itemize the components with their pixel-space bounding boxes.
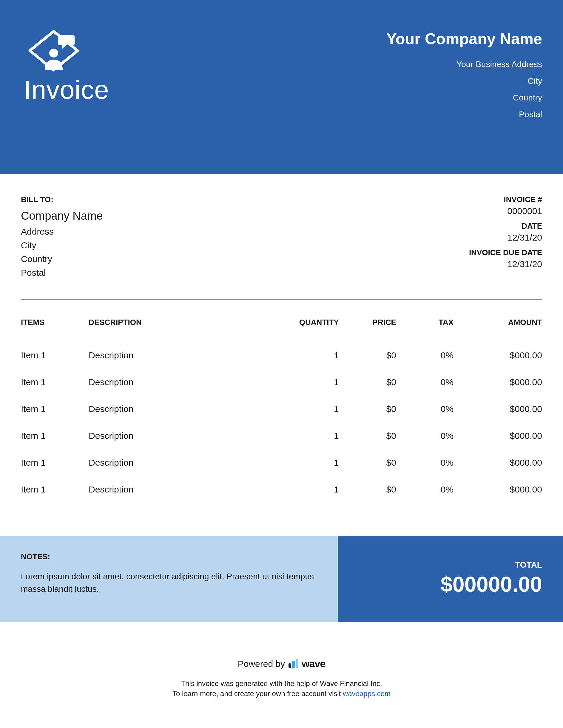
table-row: Item 1Description1$00%$000.00: [21, 449, 542, 476]
cell-tax: 0%: [396, 422, 454, 449]
svg-rect-4: [296, 659, 299, 668]
powered-line1: This invoice was generated with the help…: [0, 679, 563, 689]
table-row: Item 1Description1$00%$000.00: [21, 369, 542, 396]
header-items: ITEMS: [21, 312, 89, 342]
company-country: Country: [386, 93, 542, 103]
powered-line2-text: To learn more, and create your own free …: [172, 690, 343, 698]
svg-point-0: [49, 49, 58, 58]
cell-quantity: 1: [271, 369, 339, 396]
cell-tax: 0%: [396, 396, 454, 422]
invoice-meta: INVOICE # 0000001 DATE 12/31/20 INVOICE …: [469, 195, 542, 281]
company-address-block: Your Business Address City Country Posta…: [386, 60, 542, 119]
cell-price: $0: [339, 369, 396, 396]
powered-section: Powered by wave This invoice was generat…: [0, 658, 563, 710]
wave-brand-text: wave: [302, 658, 325, 670]
invoice-number-label: INVOICE #: [469, 195, 542, 204]
bill-to-city: City: [21, 240, 103, 250]
notes-text: Lorem ipsum dolor sit amet, consectetur …: [21, 570, 317, 595]
waveapps-link[interactable]: waveapps.com: [343, 690, 391, 698]
cell-description: Description: [89, 422, 271, 449]
bill-to-block: BILL TO: Company Name Address City Count…: [21, 195, 103, 281]
invoice-due-label: INVOICE DUE DATE: [469, 248, 542, 257]
meta-row: BILL TO: Company Name Address City Count…: [21, 195, 542, 281]
header-amount: AMOUNT: [454, 312, 542, 342]
footer-band: NOTES: Lorem ipsum dolor sit amet, conse…: [0, 536, 563, 622]
cell-amount: $000.00: [454, 422, 542, 449]
svg-rect-1: [58, 35, 75, 45]
company-address: Your Business Address: [386, 60, 542, 69]
header-quantity: QUANTITY: [271, 312, 339, 342]
cell-description: Description: [89, 342, 271, 369]
invoice-header: Invoice Your Company Name Your Business …: [0, 0, 563, 174]
powered-description: This invoice was generated with the help…: [0, 679, 563, 698]
company-name: Your Company Name: [386, 30, 542, 48]
cell-tax: 0%: [396, 369, 454, 396]
cell-quantity: 1: [271, 396, 339, 422]
cell-item: Item 1: [21, 369, 89, 396]
cell-description: Description: [89, 476, 271, 503]
table-row: Item 1Description1$00%$000.00: [21, 422, 542, 449]
cell-description: Description: [89, 449, 271, 476]
invoice-date: 12/31/20: [469, 233, 542, 243]
table-row: Item 1Description1$00%$000.00: [21, 396, 542, 422]
bill-to-country: Country: [21, 254, 103, 264]
cell-item: Item 1: [21, 449, 89, 476]
cell-quantity: 1: [271, 449, 339, 476]
table-row: Item 1Description1$00%$000.00: [21, 476, 542, 503]
cell-price: $0: [339, 449, 396, 476]
svg-rect-3: [292, 661, 295, 668]
cell-price: $0: [339, 476, 396, 503]
cell-item: Item 1: [21, 396, 89, 422]
cell-tax: 0%: [396, 342, 454, 369]
svg-rect-2: [289, 663, 291, 668]
cell-item: Item 1: [21, 476, 89, 503]
header-right: Your Company Name Your Business Address …: [386, 30, 542, 126]
total-amount: $00000.00: [350, 572, 542, 597]
wave-logo: wave: [288, 658, 325, 670]
powered-line2: To learn more, and create your own free …: [0, 689, 563, 699]
notes-box: NOTES: Lorem ipsum dolor sit amet, conse…: [0, 536, 338, 622]
table-row: Item 1Description1$00%$000.00: [21, 342, 542, 369]
header-description: DESCRIPTION: [89, 312, 271, 342]
invoice-date-label: DATE: [469, 222, 542, 231]
divider: [21, 299, 542, 300]
invoice-number: 0000001: [469, 206, 542, 216]
bill-to-label: BILL TO:: [21, 195, 103, 204]
invoice-title: Invoice: [24, 75, 109, 105]
header-price: PRICE: [339, 312, 396, 342]
cell-quantity: 1: [271, 422, 339, 449]
items-table: ITEMS DESCRIPTION QUANTITY PRICE TAX AMO…: [21, 312, 542, 503]
cell-amount: $000.00: [454, 369, 542, 396]
notes-label: NOTES:: [21, 552, 317, 561]
total-label: TOTAL: [350, 560, 542, 570]
cell-tax: 0%: [396, 476, 454, 503]
bill-to-address: Address: [21, 227, 103, 237]
invoice-due-date: 12/31/20: [469, 259, 542, 269]
cell-price: $0: [339, 342, 396, 369]
cell-description: Description: [89, 396, 271, 422]
bill-to-postal: Postal: [21, 268, 103, 278]
cell-quantity: 1: [271, 342, 339, 369]
invoice-body: BILL TO: Company Name Address City Count…: [0, 174, 563, 503]
company-postal: Postal: [386, 110, 542, 119]
cell-amount: $000.00: [454, 396, 542, 422]
items-header-row: ITEMS DESCRIPTION QUANTITY PRICE TAX AMO…: [21, 312, 542, 342]
cell-price: $0: [339, 422, 396, 449]
cell-description: Description: [89, 369, 271, 396]
cell-item: Item 1: [21, 422, 89, 449]
cell-quantity: 1: [271, 476, 339, 503]
consultant-chat-icon: [27, 30, 81, 72]
wave-bars-icon: [288, 659, 300, 669]
company-city: City: [386, 76, 542, 86]
bill-to-company: Company Name: [21, 210, 103, 222]
header-tax: TAX: [396, 312, 454, 342]
header-left: Invoice: [24, 30, 109, 105]
cell-tax: 0%: [396, 449, 454, 476]
cell-amount: $000.00: [454, 476, 542, 503]
cell-price: $0: [339, 396, 396, 422]
total-box: TOTAL $00000.00: [338, 536, 563, 622]
powered-by-line: Powered by wave: [0, 658, 563, 670]
powered-prefix: Powered by: [238, 659, 285, 669]
cell-item: Item 1: [21, 342, 89, 369]
cell-amount: $000.00: [454, 342, 542, 369]
